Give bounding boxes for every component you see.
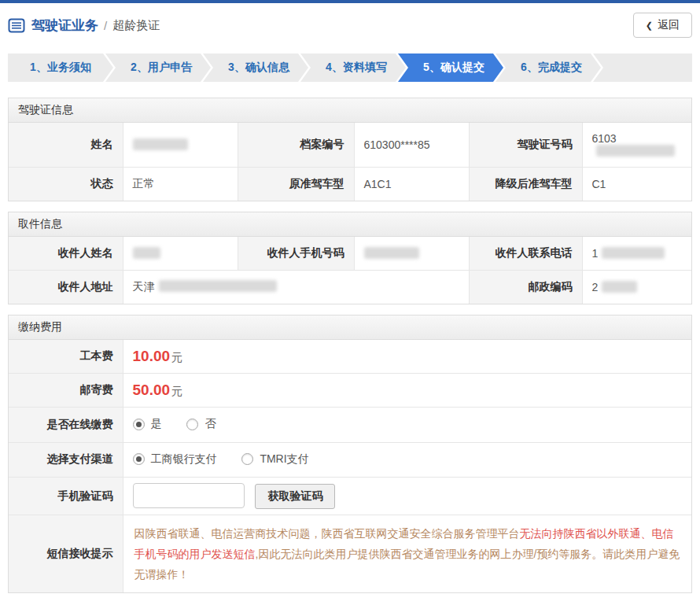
value-prefix: 天津 bbox=[133, 280, 155, 293]
radio-channel-icbc[interactable]: 工商银行支付 bbox=[133, 452, 217, 467]
field-label-pay-channel: 选择支付渠道 bbox=[9, 442, 123, 478]
value-prefix: 1 bbox=[592, 247, 599, 260]
radio-label: 是 bbox=[151, 417, 162, 431]
radio-icon bbox=[133, 419, 145, 430]
license-info-table: 姓名 档案编号 610300****85 驾驶证号码 6103 状态 正常 原准… bbox=[9, 123, 691, 201]
section-payment: 缴纳费用 工本费 10.00元 邮寄费 50.00元 是否在线缴费 是 bbox=[8, 315, 692, 593]
field-value-recipient-phone: 1 bbox=[582, 237, 691, 271]
redacted-value bbox=[602, 247, 665, 259]
payment-table: 工本费 10.00元 邮寄费 50.00元 是否在线缴费 是 否 bbox=[9, 340, 691, 592]
field-label-recipient-phone: 收件人联系电话 bbox=[469, 237, 582, 271]
field-value-recipient-mobile bbox=[354, 237, 469, 271]
field-value-status: 正常 bbox=[123, 168, 238, 201]
field-label-license-number: 驾驶证号码 bbox=[469, 123, 582, 168]
fee-unit: 元 bbox=[171, 385, 182, 397]
field-label-recipient-address: 收件人地址 bbox=[9, 271, 123, 304]
pickup-info-table: 收件人姓名 收件人手机号码 收件人联系电话 1 收件人地址 天津 邮政编码 2 bbox=[9, 237, 691, 304]
redacted-value bbox=[364, 247, 419, 259]
field-label-status: 状态 bbox=[9, 168, 123, 201]
field-label-postage-fee: 邮寄费 bbox=[9, 374, 123, 408]
field-label-recipient-name: 收件人姓名 bbox=[9, 237, 123, 271]
field-label-downgraded-class: 降级后准驾车型 bbox=[469, 168, 582, 201]
pay-channel-options: 工商银行支付 TMRI支付 bbox=[123, 442, 691, 478]
field-label-file-number: 档案编号 bbox=[238, 123, 354, 168]
redacted-value bbox=[596, 145, 675, 157]
field-value-recipient-name bbox=[123, 237, 238, 271]
field-value-production-fee: 10.00元 bbox=[123, 340, 691, 374]
radio-label: TMRI支付 bbox=[260, 452, 308, 467]
value-prefix: 6103 bbox=[592, 132, 617, 145]
page-title: 驾驶证业务 bbox=[31, 17, 98, 35]
back-button-label: 返回 bbox=[658, 18, 680, 32]
fee-amount: 50.00 bbox=[133, 382, 171, 398]
field-label-online-pay: 是否在线缴费 bbox=[9, 408, 123, 443]
sms-code-input[interactable] bbox=[133, 483, 245, 508]
sms-code-field: 获取验证码 bbox=[123, 478, 691, 515]
page-subtitle: 超龄换证 bbox=[112, 18, 160, 33]
step-tab-1[interactable]: 1、业务须知 bbox=[8, 53, 113, 82]
step-tab-2[interactable]: 2、用户申告 bbox=[105, 53, 211, 82]
table-row: 收件人姓名 收件人手机号码 收件人联系电话 1 bbox=[9, 237, 691, 271]
page-header: 驾驶证业务 / 超龄换证 ❮ 返回 bbox=[0, 3, 700, 47]
radio-online-pay-no[interactable]: 否 bbox=[186, 417, 216, 431]
redacted-value bbox=[602, 281, 637, 293]
table-row: 收件人地址 天津 邮政编码 2 bbox=[9, 271, 691, 304]
section-title: 取件信息 bbox=[9, 212, 691, 237]
table-row: 选择支付渠道 工商银行支付 TMRI支付 bbox=[9, 442, 691, 478]
radio-channel-tmri[interactable]: TMRI支付 bbox=[241, 452, 308, 467]
radio-icon bbox=[241, 453, 253, 465]
redacted-value bbox=[133, 138, 188, 150]
field-value-name bbox=[123, 123, 238, 168]
list-icon bbox=[8, 18, 25, 33]
step-tab-label: 1、业务须知 bbox=[30, 61, 91, 75]
online-pay-options: 是 否 bbox=[123, 408, 691, 443]
table-row: 短信接收提示 因陕西省联通、电信运营商技术问题，陕西省互联网交通安全综合服务管理… bbox=[9, 515, 691, 593]
step-tab-label: 4、资料填写 bbox=[326, 61, 387, 75]
back-button[interactable]: ❮ 返回 bbox=[633, 13, 692, 38]
table-row: 状态 正常 原准驾车型 A1C1 降级后准驾车型 C1 bbox=[9, 168, 691, 201]
field-label-sms-notice: 短信接收提示 bbox=[9, 515, 123, 593]
get-code-button[interactable]: 获取验证码 bbox=[255, 484, 335, 509]
radio-icon bbox=[133, 453, 145, 465]
radio-label: 否 bbox=[204, 417, 216, 431]
sms-notice-text: 因陕西省联通、电信运营商技术问题，陕西省互联网交通安全综合服务管理平台无法向持陕… bbox=[123, 515, 691, 593]
redacted-value bbox=[133, 247, 160, 259]
step-wizard-filler bbox=[593, 53, 692, 82]
field-label-name: 姓名 bbox=[9, 123, 123, 168]
section-pickup-info: 取件信息 收件人姓名 收件人手机号码 收件人联系电话 1 收件人地址 天津 邮政… bbox=[8, 212, 692, 304]
breadcrumb: 驾驶证业务 / 超龄换证 bbox=[8, 17, 160, 35]
table-row: 手机验证码 获取验证码 bbox=[9, 478, 691, 515]
step-tab-5-active[interactable]: 5、确认提交 bbox=[398, 53, 503, 82]
table-row: 是否在线缴费 是 否 bbox=[9, 408, 691, 443]
section-title: 缴纳费用 bbox=[9, 315, 691, 340]
step-tab-label: 3、确认信息 bbox=[228, 61, 289, 75]
field-label-original-class: 原准驾车型 bbox=[238, 168, 354, 201]
radio-icon bbox=[186, 419, 198, 430]
fee-unit: 元 bbox=[171, 351, 182, 363]
field-label-production-fee: 工本费 bbox=[9, 340, 123, 374]
step-tab-4[interactable]: 4、资料填写 bbox=[300, 53, 406, 82]
chevron-left-icon: ❮ bbox=[646, 20, 653, 31]
field-value-original-class: A1C1 bbox=[354, 168, 469, 201]
step-wizard: 1、业务须知 2、用户申告 3、确认信息 4、资料填写 5、确认提交 6、完成提… bbox=[8, 53, 692, 82]
fee-amount: 10.00 bbox=[133, 348, 171, 364]
field-label-postal-code: 邮政编码 bbox=[469, 271, 582, 304]
radio-label: 工商银行支付 bbox=[151, 452, 217, 467]
step-tab-3[interactable]: 3、确认信息 bbox=[203, 53, 308, 82]
step-tab-label: 6、完成提交 bbox=[521, 61, 582, 75]
radio-online-pay-yes[interactable]: 是 bbox=[133, 417, 162, 431]
field-value-postal-code: 2 bbox=[582, 271, 691, 304]
field-value-file-number: 610300****85 bbox=[354, 123, 469, 168]
notice-text-normal: 因陕西省联通、电信运营商技术问题，陕西省互联网交通安全综合服务管理平台 bbox=[134, 527, 520, 540]
value-prefix: 2 bbox=[592, 281, 599, 293]
field-value-downgraded-class: C1 bbox=[582, 168, 691, 201]
field-label-recipient-mobile: 收件人手机号码 bbox=[238, 237, 354, 271]
step-tab-6[interactable]: 6、完成提交 bbox=[496, 53, 601, 82]
step-tab-label: 5、确认提交 bbox=[423, 61, 484, 75]
field-label-sms-code: 手机验证码 bbox=[9, 478, 123, 515]
step-tab-label: 2、用户申告 bbox=[131, 61, 192, 75]
table-row: 工本费 10.00元 bbox=[9, 340, 691, 374]
table-row: 姓名 档案编号 610300****85 驾驶证号码 6103 bbox=[9, 123, 691, 168]
table-row: 邮寄费 50.00元 bbox=[9, 374, 691, 408]
section-license-info: 驾驶证信息 姓名 档案编号 610300****85 驾驶证号码 6103 状态… bbox=[8, 98, 692, 201]
